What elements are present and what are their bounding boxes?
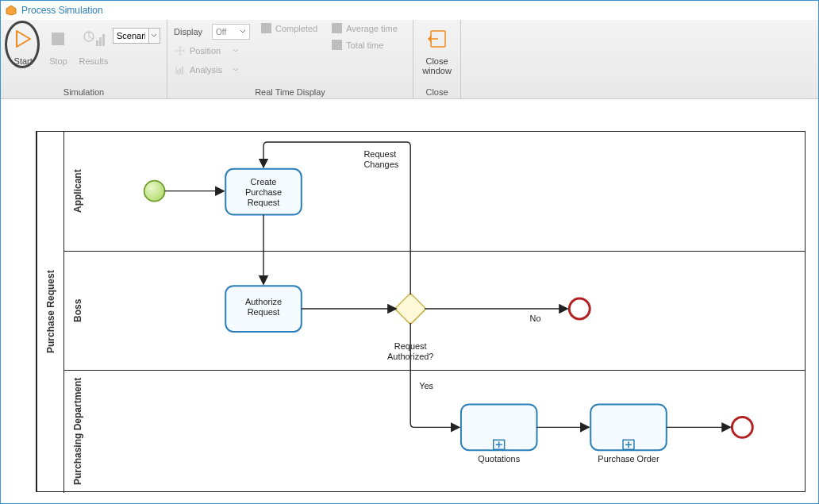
canvas[interactable]: Purchase Request Applicant Boss Purchasi…	[1, 99, 818, 503]
stop-icon	[48, 26, 67, 52]
ribbon-spacer	[461, 20, 818, 98]
analysis-label: Analysis	[190, 65, 225, 75]
svg-rect-7	[177, 70, 179, 73]
po-label: Purchase Order	[598, 454, 659, 464]
svg-rect-4	[96, 40, 98, 46]
flow-request-changes-label: RequestChanges	[363, 149, 398, 169]
realtime-group-label: Real Time Display	[167, 87, 413, 98]
gateway-request-authorized[interactable]	[394, 293, 425, 324]
ribbon-group-realtime: Display Off Position	[167, 20, 413, 98]
chevron-down-icon	[233, 48, 239, 54]
pool-label: Purchase Request	[37, 132, 63, 491]
display-dropdown[interactable]: Off	[212, 24, 250, 40]
bpmn-diagram: Purchase Request Applicant Boss Purchasi…	[36, 131, 806, 492]
analysis-icon	[174, 63, 186, 76]
completed-label: Completed	[275, 24, 317, 33]
titlebar: Process Simulation	[1, 1, 818, 20]
lane-applicant-label: Applicant	[63, 132, 90, 251]
stop-button[interactable]: Stop	[42, 23, 74, 66]
close-window-button[interactable]: Close window	[420, 23, 454, 75]
start-event[interactable]	[144, 181, 165, 202]
results-button[interactable]: Results	[78, 23, 110, 66]
close-window-icon	[427, 26, 448, 52]
task-authorize-label: AuthorizeRequest	[245, 297, 282, 317]
chevron-down-icon	[240, 29, 246, 35]
svg-rect-6	[102, 34, 105, 46]
start-label: Start	[14, 56, 33, 66]
checkbox-icon	[332, 23, 342, 33]
position-icon	[174, 44, 186, 57]
svg-marker-0	[6, 6, 16, 15]
diagram-svg: CreatePurchaseRequest AuthorizeRequest R…	[90, 132, 805, 491]
scenario-input[interactable]	[113, 28, 149, 44]
average-time-checkbox[interactable]: Average time	[332, 23, 398, 33]
total-time-checkbox[interactable]: Total time	[332, 40, 398, 50]
end-event-no[interactable]	[569, 298, 590, 319]
position-control: Position	[174, 42, 250, 60]
lane-purchasing-label: Purchasing Department	[63, 370, 90, 493]
svg-rect-5	[99, 37, 102, 46]
ribbon-group-simulation: Start Stop Results	[1, 20, 167, 98]
results-icon	[83, 26, 105, 52]
results-label: Results	[79, 56, 108, 66]
completed-checkbox[interactable]: Completed	[261, 23, 317, 33]
ribbon: Start Stop Results	[1, 20, 818, 99]
checkbox-icon	[261, 23, 271, 33]
scenario-dropdown[interactable]	[113, 28, 160, 44]
flow-no-label: No	[530, 314, 541, 323]
quotations-label: Quotations	[478, 454, 520, 464]
svg-rect-9	[182, 67, 183, 73]
flow-yes	[410, 323, 459, 427]
svg-rect-11	[394, 293, 425, 324]
play-icon	[13, 26, 33, 52]
chevron-down-icon	[233, 67, 239, 73]
analysis-control: Analysis	[174, 61, 250, 79]
end-event-final[interactable]	[732, 417, 752, 437]
total-time-label: Total time	[346, 40, 383, 50]
display-label: Display	[174, 27, 209, 37]
close-window-label: Close window	[420, 56, 454, 75]
flow-yes-label: Yes	[419, 381, 433, 391]
simulation-group-label: Simulation	[1, 87, 167, 98]
svg-rect-2	[52, 33, 64, 45]
lane-boss-label: Boss	[63, 251, 90, 370]
display-value: Off	[216, 28, 226, 37]
svg-marker-1	[17, 31, 30, 47]
stop-label: Stop	[49, 56, 67, 66]
close-group-label: Close	[413, 87, 460, 98]
window-title: Process Simulation	[21, 5, 103, 16]
start-button[interactable]: Start	[7, 23, 39, 66]
chevron-down-icon[interactable]	[149, 28, 160, 44]
avg-time-label: Average time	[346, 24, 398, 33]
app-icon	[6, 5, 17, 16]
task-create-label: CreatePurchaseRequest	[245, 177, 282, 207]
svg-rect-8	[179, 68, 181, 73]
position-label: Position	[190, 46, 225, 56]
checkbox-icon	[332, 40, 342, 50]
ribbon-group-close: Close window Close	[413, 20, 461, 98]
